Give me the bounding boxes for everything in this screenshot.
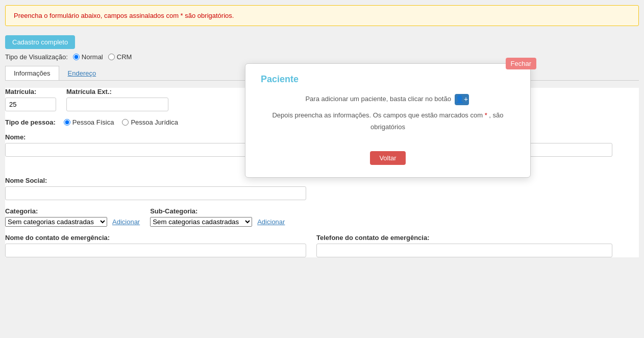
contato-emergencia-input[interactable]	[5, 244, 306, 257]
modal-title: Paciente	[261, 74, 515, 85]
contato-emergencia-label: Nome do contato de emergência:	[5, 234, 306, 242]
view-type-selector: Tipo de Visualização: Normal CRM	[5, 53, 639, 61]
tipo-pessoa-label: Tipo de pessoa:	[5, 118, 56, 126]
subcategoria-adicionar-link[interactable]: Adicionar	[257, 218, 285, 226]
view-normal-radio[interactable]	[73, 54, 80, 60]
main-content: Tipo de Visualização: Normal CRM Informa…	[0, 53, 644, 270]
nome-social-input[interactable]	[5, 186, 306, 200]
alert-banner: Preencha o formulário abaixo, campos ass…	[5, 5, 639, 26]
modal-line1: Para adicionar um paciente, basta clicar…	[261, 93, 515, 105]
subcategoria-select-group: Sem categorias cadastradas Adicionar	[150, 217, 285, 227]
subcategoria-group: Sub-Categoria: Sem categorias cadastrada…	[150, 207, 285, 227]
matricula-group: Matrícula:	[5, 88, 56, 111]
telefone-emergencia-label: Telefone do contato de emergência:	[316, 234, 612, 242]
emergencia-row: Nome do contato de emergência: Telefone …	[5, 234, 639, 257]
voltar-button[interactable]: Voltar	[370, 151, 405, 165]
view-crm-radio[interactable]	[108, 54, 115, 60]
modal-line2: Depois preencha as informações. Os campo…	[261, 109, 515, 133]
required-asterisk: *	[485, 111, 487, 119]
pessoa-fisica-radio[interactable]	[64, 119, 70, 126]
add-patient-icon: 👤+	[455, 94, 469, 105]
categoria-row: Categoria: Sem categorias cadastradas Ad…	[5, 207, 639, 227]
matricula-ext-input[interactable]	[66, 98, 168, 111]
categoria-label: Categoria:	[5, 207, 140, 215]
view-normal-label[interactable]: Normal	[73, 53, 103, 61]
subcategoria-label: Sub-Categoria:	[150, 207, 285, 215]
nome-social-group: Nome Social:	[5, 177, 306, 200]
telefone-emergencia-group: Telefone do contato de emergência:	[316, 234, 612, 257]
telefone-emergencia-input[interactable]	[316, 244, 612, 257]
paciente-modal: Fechar Paciente Para adicionar um pacien…	[245, 63, 531, 178]
fechar-button[interactable]: Fechar	[506, 58, 536, 69]
subcategoria-select[interactable]: Sem categorias cadastradas	[150, 217, 252, 227]
tab-endereco[interactable]: Endereço	[59, 66, 105, 80]
categoria-group: Categoria: Sem categorias cadastradas Ad…	[5, 207, 140, 227]
view-crm-label[interactable]: CRM	[108, 53, 132, 61]
pessoa-juridica-label[interactable]: Pessoa Jurídica	[122, 118, 178, 126]
top-bar: Cadastro completo	[0, 31, 644, 53]
matricula-ext-label: Matrícula Ext.:	[66, 88, 168, 95]
modal-body: Para adicionar um paciente, basta clicar…	[261, 93, 515, 165]
pessoa-juridica-radio[interactable]	[122, 119, 129, 126]
matricula-ext-group: Matrícula Ext.:	[66, 88, 168, 111]
pessoa-fisica-label[interactable]: Pessoa Física	[64, 118, 114, 126]
categoria-select[interactable]: Sem categorias cadastradas	[5, 217, 107, 227]
nome-social-row: Nome Social:	[5, 177, 639, 200]
tab-informacoes[interactable]: Informações	[5, 66, 59, 80]
alert-text: Preencha o formulário abaixo, campos ass…	[14, 12, 234, 19]
categoria-adicionar-link[interactable]: Adicionar	[112, 218, 140, 226]
cadastro-completo-button[interactable]: Cadastro completo	[5, 35, 75, 49]
pessoa-juridica-text: Pessoa Jurídica	[131, 118, 178, 126]
view-normal-text: Normal	[82, 53, 103, 61]
matricula-label: Matrícula:	[5, 88, 56, 95]
matricula-input[interactable]	[5, 98, 56, 111]
categoria-select-group: Sem categorias cadastradas Adicionar	[5, 217, 140, 227]
nome-social-label: Nome Social:	[5, 177, 306, 184]
contato-emergencia-group: Nome do contato de emergência:	[5, 234, 306, 257]
view-type-label: Tipo de Visualização:	[5, 53, 68, 61]
pessoa-fisica-text: Pessoa Física	[72, 118, 114, 126]
view-crm-text: CRM	[117, 53, 132, 61]
